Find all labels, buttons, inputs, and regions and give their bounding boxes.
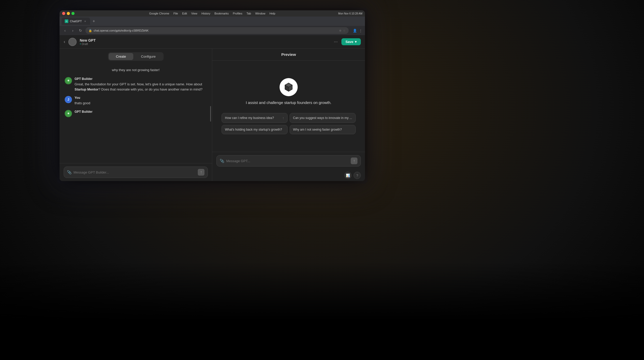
suggestion-chip-2[interactable]: Can you suggest ways to innovate in my .…	[290, 113, 356, 123]
gpt-builder-avatar: ✦	[65, 77, 72, 84]
browser-window: Google Chrome File Edit View History Boo…	[60, 10, 365, 181]
message-content: GPT Builder	[75, 110, 207, 115]
preview-input-area: 📎 ↑	[212, 152, 365, 170]
save-button[interactable]: Save ▾	[341, 38, 361, 45]
suggestion-chip-1[interactable]: How can I refine my business idea? ↑	[222, 113, 288, 123]
menu-item-app[interactable]: Google Chrome	[147, 12, 171, 15]
cube-icon	[283, 82, 294, 92]
preview-attachment-icon[interactable]: 📎	[220, 159, 224, 163]
preview-panel: Preview I assist and challenge startup f…	[212, 49, 365, 181]
menu-item-tab[interactable]: Tab	[244, 12, 253, 15]
gpt-title-area: New GPT ● Draft	[80, 38, 330, 46]
gpt-avatar	[68, 38, 77, 46]
table-row: ✦ GPT Builder Great, the foundation for …	[65, 77, 207, 92]
gpt-editor: ‹ New GPT ● Draft ··· Save ▾	[60, 35, 365, 181]
sender-name: You	[75, 96, 207, 100]
avatar-letter: J	[68, 98, 69, 101]
clock-display: Mon Nov 6 10:28 AM	[338, 12, 362, 15]
preview-send-icon: ↑	[353, 159, 355, 163]
suggestion-chips: How can I refine my business idea? ↑ Can…	[217, 113, 360, 134]
chip-label-3: What's holding back my startup's growth?	[225, 128, 282, 131]
chrome-profile-icon[interactable]: 👤	[353, 29, 357, 33]
minimize-window-button[interactable]	[67, 12, 70, 15]
preview-chat-input[interactable]	[226, 159, 349, 163]
lock-icon: 🔒	[89, 29, 92, 32]
save-label: Save	[346, 40, 353, 44]
message-text-after: ? Does that resonate with you, or do you…	[98, 87, 202, 91]
preview-title: Preview	[212, 49, 365, 61]
preview-icon-circle	[280, 78, 298, 96]
avatar-icon-2: ✦	[67, 112, 70, 115]
forward-nav-button[interactable]: ›	[70, 28, 76, 33]
message-bold-text: Startup Mentor	[75, 87, 98, 91]
message-text: Great, the foundation for your GPT is se…	[75, 82, 207, 92]
message-text-before: Great, the foundation for your GPT is se…	[75, 82, 202, 86]
chip-label-1: How can I refine my business idea?	[225, 116, 274, 120]
chip-label-4: Why am I not seeing faster growth?	[293, 128, 342, 131]
zoom-icon: ⊕	[339, 29, 341, 32]
help-button[interactable]: ?	[354, 172, 361, 179]
chat-history[interactable]: why they are not growing faster! ✦ GPT B…	[60, 64, 212, 163]
menu-item-file[interactable]: File	[171, 12, 180, 15]
table-row: ✦ GPT Builder	[65, 110, 207, 117]
chips-row-1: How can I refine my business idea? ↑ Can…	[222, 113, 356, 123]
menu-item-bookmarks[interactable]: Bookmarks	[213, 12, 231, 15]
configure-tab[interactable]: Configure	[134, 53, 163, 60]
preview-input-box: 📎 ↑	[216, 155, 361, 167]
suggestion-chip-3[interactable]: What's holding back my startup's growth?	[222, 125, 288, 134]
save-chevron-icon: ▾	[355, 40, 357, 44]
close-window-button[interactable]	[62, 12, 65, 15]
draft-label: Draft	[82, 42, 88, 46]
menu-item-edit[interactable]: Edit	[180, 12, 189, 15]
more-options-button[interactable]: ···	[333, 38, 339, 46]
gpt-name: New GPT	[80, 38, 330, 42]
create-tab[interactable]: Create	[109, 53, 133, 60]
user-avatar: J	[65, 96, 72, 103]
preview-description: I assist and challenge startup founders …	[246, 100, 331, 105]
scroll-indicator	[210, 106, 211, 122]
back-button[interactable]: ‹	[64, 39, 65, 44]
bookmark-icon[interactable]: ☆	[343, 29, 346, 32]
message-content: GPT Builder Great, the foundation for yo…	[75, 77, 207, 92]
address-bar[interactable]: 🔒 chat.openai.com/gpts/editor/g-cSBRDZbN…	[85, 27, 349, 34]
chips-row-2: What's holding back my startup's growth?…	[222, 125, 356, 134]
maximize-window-button[interactable]	[71, 12, 75, 15]
url-text: chat.openai.com/gpts/editor/g-cSBRDZbNK	[94, 29, 149, 32]
sender-name-2: GPT Builder	[75, 110, 207, 114]
draft-dot: ●	[80, 43, 81, 45]
sender-name: GPT Builder	[75, 77, 207, 81]
attachment-icon[interactable]: 📎	[67, 170, 71, 174]
tab-favicon: G	[65, 19, 68, 23]
back-nav-button[interactable]: ‹	[62, 28, 68, 33]
menu-item-view[interactable]: View	[189, 12, 200, 15]
chat-input-box: 📎 ↑	[64, 167, 208, 178]
preview-send-button[interactable]: ↑	[351, 158, 357, 164]
mac-system-icons: Mon Nov 6 10:28 AM	[338, 12, 362, 15]
tab-close-button[interactable]: ×	[83, 19, 87, 23]
chat-input[interactable]	[74, 170, 196, 174]
gpt-builder-avatar-2: ✦	[65, 110, 72, 117]
new-tab-button[interactable]: +	[93, 19, 95, 24]
message-content: You thats good	[75, 96, 207, 106]
help-icon: ?	[356, 174, 358, 177]
chip-label-2: Can you suggest ways to innovate in my .…	[293, 116, 352, 120]
chat-send-button[interactable]: ↑	[198, 169, 204, 176]
analytics-button[interactable]: 📊	[344, 172, 352, 179]
chrome-toolbar-icons: 👤 ⋮	[353, 29, 362, 33]
chip-arrow-icon: ↑	[282, 116, 284, 120]
chrome-more-icon[interactable]: ⋮	[359, 29, 362, 33]
tab-bar: Create Configure	[60, 49, 212, 64]
active-tab[interactable]: G ChatGPT ×	[62, 18, 90, 25]
menu-item-profiles[interactable]: Profiles	[231, 12, 245, 15]
chart-icon: 📊	[346, 174, 350, 177]
chat-input-area: 📎 ↑	[60, 163, 212, 181]
menu-item-history[interactable]: History	[199, 12, 212, 15]
chrome-tab-bar: G ChatGPT × +	[60, 17, 365, 26]
menu-item-help[interactable]: Help	[267, 12, 277, 15]
tab-container: Create Configure	[108, 52, 164, 61]
suggestion-chip-4[interactable]: Why am I not seeing faster growth?	[290, 125, 356, 134]
menu-item-window[interactable]: Window	[253, 12, 267, 15]
chrome-navigation-bar: ‹ › ↻ 🔒 chat.openai.com/gpts/editor/g-cS…	[60, 26, 365, 35]
table-row: J You thats good	[65, 96, 207, 106]
reload-button[interactable]: ↻	[78, 28, 83, 33]
